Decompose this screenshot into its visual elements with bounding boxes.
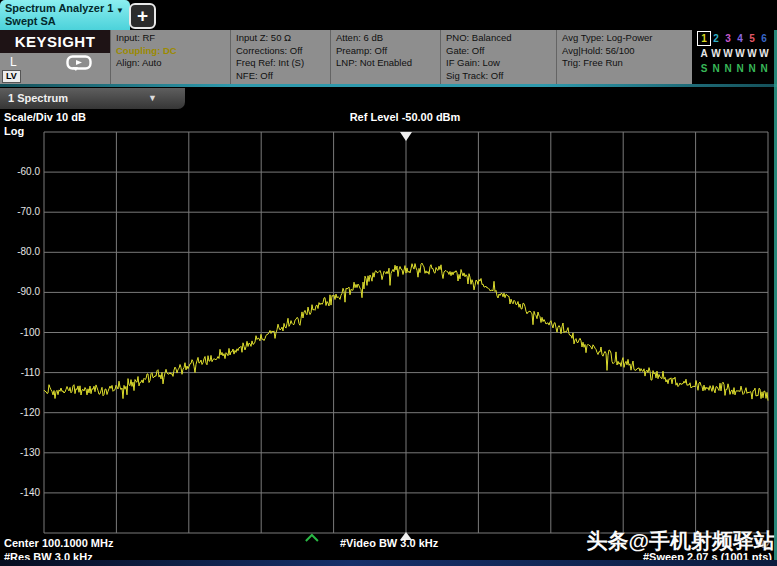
y-axis-tick-label: -70.0 bbox=[0, 206, 40, 217]
trace-number[interactable]: 5 bbox=[746, 32, 758, 45]
y-axis-tick-label: -80.0 bbox=[0, 246, 40, 257]
trace-type: W bbox=[758, 47, 770, 60]
status-line: NFE: Off bbox=[236, 70, 330, 83]
trace-number[interactable]: 3 bbox=[722, 32, 734, 45]
spectrum-analyzer-screen: Spectrum Analyzer 1 Swept SA ▼ + KEYSIGH… bbox=[0, 0, 777, 566]
status-panel[interactable]: PNO: BalancedGate: OffIF Gain: LowSig Tr… bbox=[440, 30, 556, 84]
chevron-down-icon[interactable]: ▼ bbox=[116, 6, 124, 15]
y-axis-tick-label: -120 bbox=[0, 407, 40, 418]
tab-spectrum-analyzer[interactable]: Spectrum Analyzer 1 Swept SA ▼ bbox=[0, 0, 130, 30]
lv-badge: LV bbox=[2, 70, 21, 83]
message-bubble-icon[interactable] bbox=[66, 55, 92, 76]
spectrum-plot[interactable] bbox=[44, 132, 768, 552]
y-axis-tick-label: -140 bbox=[0, 487, 40, 498]
status-panel[interactable]: Atten: 6 dBPreamp: OffLNP: Not Enabled bbox=[330, 30, 440, 84]
trace-type: W bbox=[746, 47, 758, 60]
status-line: Corrections: Off bbox=[236, 45, 330, 58]
status-panel[interactable]: Input: RFCoupling: DCAlign: Auto bbox=[110, 30, 230, 84]
status-line: Avg|Hold: 56/100 bbox=[562, 45, 692, 58]
trace-detector: N bbox=[734, 62, 746, 75]
trace-number[interactable]: 2 bbox=[710, 32, 722, 45]
brand-block: KEYSIGHT L LV bbox=[0, 30, 110, 84]
watermark-text: 头条@手机射频驿站 bbox=[587, 527, 775, 555]
status-line: Align: Auto bbox=[116, 57, 230, 70]
y-axis-tick-label: -90.0 bbox=[0, 286, 40, 297]
spectrum-display: 1 Spectrum ▼ Scale/Div 10 dB Log Ref Lev… bbox=[0, 87, 777, 560]
mode-letter: L bbox=[10, 55, 17, 69]
center-frequency-label[interactable]: Center 100.1000 MHz bbox=[4, 537, 113, 549]
trace-number[interactable]: 4 bbox=[734, 32, 746, 45]
trace-number[interactable]: 6 bbox=[758, 32, 770, 45]
keysight-logo: KEYSIGHT bbox=[0, 30, 110, 53]
status-line: Atten: 6 dB bbox=[336, 32, 440, 45]
status-panel[interactable]: Input Z: 50 ΩCorrections: OffFreq Ref: I… bbox=[230, 30, 330, 84]
trace-legend-row: AWWWWW bbox=[698, 47, 777, 60]
status-line: IF Gain: Low bbox=[446, 57, 556, 70]
status-line: Freq Ref: Int (S) bbox=[236, 57, 330, 70]
trace-detector: N bbox=[722, 62, 734, 75]
scale-type-label[interactable]: Log bbox=[4, 125, 24, 137]
window-selector-dropdown[interactable]: 1 Spectrum ▼ bbox=[0, 88, 185, 109]
tab-subtitle: Swept SA bbox=[5, 15, 126, 28]
y-axis-tick-label: -60.0 bbox=[0, 166, 40, 177]
status-line: LNP: Not Enabled bbox=[336, 57, 440, 70]
trace-detector: N bbox=[758, 62, 770, 75]
tab-title: Spectrum Analyzer 1 bbox=[5, 2, 126, 15]
window-selector-label: 1 Spectrum bbox=[8, 92, 68, 104]
trace-legend-row: SNNNNN bbox=[698, 62, 777, 75]
trace-type: W bbox=[734, 47, 746, 60]
trace-type: W bbox=[710, 47, 722, 60]
y-axis-tick-label: -110 bbox=[0, 367, 40, 378]
status-line: Gate: Off bbox=[446, 45, 556, 58]
trace-type: W bbox=[722, 47, 734, 60]
trace-legend-table[interactable]: 123456AWWWWWSNNNNN bbox=[692, 30, 777, 84]
tab-bar: Spectrum Analyzer 1 Swept SA ▼ + bbox=[0, 0, 777, 30]
chevron-down-icon: ▼ bbox=[148, 88, 157, 109]
screen-edge-glow-bottom bbox=[0, 560, 777, 566]
y-axis-tick-label: -130 bbox=[0, 447, 40, 458]
status-line: Input: RF bbox=[116, 32, 230, 45]
ref-level-label[interactable]: Ref Level -50.00 dBm bbox=[280, 111, 530, 123]
status-line: Preamp: Off bbox=[336, 45, 440, 58]
y-axis-tick-label: -100 bbox=[0, 327, 40, 338]
add-tab-button[interactable]: + bbox=[129, 3, 156, 29]
trace-detector: S bbox=[698, 62, 710, 75]
trace-number[interactable]: 1 bbox=[698, 32, 710, 45]
scale-per-div-label[interactable]: Scale/Div 10 dB bbox=[4, 111, 86, 123]
status-panel[interactable]: Avg Type: Log-PowerAvg|Hold: 56/100Trig:… bbox=[556, 30, 692, 84]
status-line: Coupling: DC bbox=[116, 45, 230, 58]
video-bw-label[interactable]: #Video BW 3.0 kHz bbox=[340, 537, 438, 549]
status-line: PNO: Balanced bbox=[446, 32, 556, 45]
trace-legend-row: 123456 bbox=[698, 32, 777, 45]
status-line: Trig: Free Run bbox=[562, 57, 692, 70]
status-line: Sig Track: Off bbox=[446, 70, 556, 83]
trace-detector: N bbox=[746, 62, 758, 75]
trace-type: A bbox=[698, 47, 710, 60]
trace-detector: N bbox=[710, 62, 722, 75]
status-panels: Input: RFCoupling: DCAlign: AutoInput Z:… bbox=[110, 30, 692, 84]
status-line: Avg Type: Log-Power bbox=[562, 32, 692, 45]
status-bar: KEYSIGHT L LV Input: RFCoupling: DCAlign… bbox=[0, 30, 777, 84]
status-line: Input Z: 50 Ω bbox=[236, 32, 330, 45]
